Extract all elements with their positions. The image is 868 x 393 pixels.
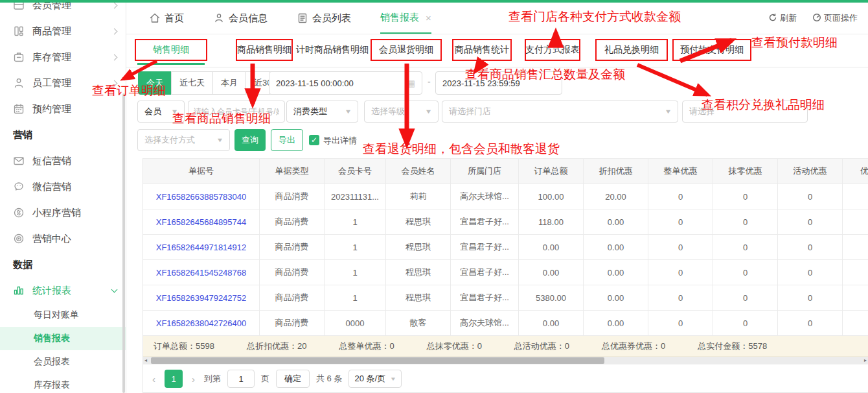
- page-size-select[interactable]: 20 条/页 ▼: [348, 370, 402, 388]
- sidebar-item[interactable]: 短信营销: [0, 148, 126, 174]
- export-button[interactable]: 导出: [271, 129, 303, 151]
- sidebar-item[interactable]: 微信营销: [0, 174, 126, 200]
- table-cell: 商品消费: [260, 235, 325, 260]
- table-cell: 宜昌君子好...: [451, 285, 519, 311]
- order-number-link[interactable]: XF16582641545248768: [143, 260, 260, 285]
- chevron-down-icon: ▼: [425, 108, 433, 115]
- subtab-商品销售明细[interactable]: 商品销售明细: [236, 39, 293, 61]
- inventory-icon: [13, 51, 26, 63]
- table-cell: 高尔夫球馆...: [451, 184, 519, 209]
- table-cell: 118.00: [519, 209, 584, 235]
- sidebar-subitem[interactable]: 会员报表: [0, 350, 126, 374]
- table-cell: 0: [778, 260, 843, 285]
- summary-item: 总优惠券优惠：0: [602, 340, 665, 352]
- column-header: 折扣优惠: [584, 158, 648, 184]
- table-cell: [843, 311, 868, 336]
- table-cell: 0: [648, 260, 713, 285]
- subtab-会员退货明细[interactable]: 会员退货明细: [371, 39, 442, 61]
- sidebar-subitem[interactable]: 每日对账单: [0, 304, 126, 327]
- table-cell: 0: [713, 184, 778, 209]
- table-cell: 程思琪: [386, 209, 451, 235]
- order-number-link[interactable]: XF16582639479242752: [143, 285, 260, 311]
- table-cell: 0: [648, 209, 713, 235]
- sidebar-subitem[interactable]: 销售报表: [0, 327, 126, 350]
- level-select[interactable]: 选择等级 ▼: [364, 101, 439, 123]
- tab-销售报表[interactable]: 销售报表×: [380, 3, 431, 34]
- table-cell: 0: [778, 235, 843, 260]
- sidebar-item[interactable]: 商品管理: [0, 18, 126, 44]
- query-button[interactable]: 查询: [234, 129, 266, 151]
- scrollbar-thumb[interactable]: [151, 357, 604, 364]
- chevron-down-icon: ▼: [345, 108, 352, 115]
- prev-page-button[interactable]: ‹: [150, 374, 158, 385]
- tab-会员信息[interactable]: 会员信息: [213, 3, 268, 34]
- sidebar-subitem[interactable]: 库存报表: [0, 374, 126, 393]
- goto-confirm-button[interactable]: 确定: [276, 370, 310, 388]
- sidebar-item[interactable]: 营销中心: [0, 226, 126, 252]
- sidebar-item[interactable]: 会员管理: [0, 3, 126, 18]
- column-header: 会员姓名: [386, 158, 451, 184]
- table-row: XF16582641545248768商品消费1程思琪宜昌君子好...0.000…: [143, 260, 868, 285]
- sidebar-item-label: 小程序营销: [32, 207, 117, 219]
- table-cell: 散客: [386, 311, 451, 336]
- table-cell: 0.00: [519, 311, 584, 336]
- table-cell: 0: [713, 285, 778, 311]
- subtab-商品销售统计[interactable]: 商品销售统计: [452, 39, 512, 61]
- subtab-礼品兑换明细[interactable]: 礼品兑换明细: [595, 39, 668, 61]
- table-cell: [843, 209, 868, 235]
- next-page-button[interactable]: ›: [189, 374, 198, 385]
- refresh-icon: [768, 13, 777, 24]
- sidebar-item[interactable]: 预约管理: [0, 96, 126, 122]
- sidebar-item[interactable]: 小程序营销: [0, 200, 126, 226]
- column-header: 会员卡号: [325, 158, 386, 184]
- date-from-input[interactable]: 2023-11-15 00:00:00 ▦: [269, 71, 422, 95]
- sidebar-item[interactable]: 库存管理: [0, 44, 126, 70]
- scroll-left-arrow-icon[interactable]: ◂: [144, 357, 147, 364]
- list-icon: [297, 12, 308, 24]
- horizontal-scrollbar[interactable]: ◂ ▸: [143, 357, 868, 364]
- subtab-计时商品销售明细[interactable]: 计时商品销售明细: [295, 39, 369, 61]
- table-cell: 宜昌君子好...: [451, 209, 519, 235]
- table-cell: [843, 285, 868, 311]
- order-number-link[interactable]: XF16582663885783040: [143, 184, 260, 209]
- payment-method-select[interactable]: 选择支付方式 ▼: [137, 129, 230, 151]
- quick-range-近七天[interactable]: 近七天: [171, 71, 213, 95]
- subtab-预付款支付明细[interactable]: 预付款支付明细: [672, 39, 751, 61]
- table-cell: 0.00: [584, 311, 648, 336]
- total-count-label: 共 6 条: [316, 373, 342, 385]
- close-icon[interactable]: ×: [426, 12, 431, 23]
- column-header: 所属门店: [451, 158, 519, 184]
- subtab-支付方式报表[interactable]: 支付方式报表: [525, 39, 580, 61]
- member-icon: [213, 12, 225, 24]
- refresh-button[interactable]: 刷新: [768, 12, 797, 24]
- order-number-link[interactable]: XF16582644971814912: [143, 235, 260, 260]
- chevron-right-icon: [111, 28, 118, 34]
- subtab-销售明细[interactable]: 销售明细: [135, 39, 207, 61]
- current-page-button[interactable]: 1: [165, 370, 183, 388]
- quick-range-本月[interactable]: 本月: [212, 71, 246, 95]
- consume-type-select[interactable]: 消费类型 ▼: [286, 101, 358, 123]
- goto-page-input[interactable]: [227, 370, 255, 388]
- sidebar-scrollbar[interactable]: [122, 93, 125, 393]
- table-cell: 0: [713, 260, 778, 285]
- table-row: XF16582639479242752商品消费1程思琪宜昌君子好...5380.…: [143, 285, 868, 311]
- sidebar-section-label: 营销: [0, 122, 126, 148]
- scroll-right-arrow-icon[interactable]: ▸: [864, 357, 867, 364]
- table-cell: 程思琪: [386, 235, 451, 260]
- column-header: 订单总额: [519, 158, 584, 184]
- tab-首页[interactable]: 首页: [149, 3, 184, 34]
- chevron-right-icon: [111, 54, 118, 60]
- store-select[interactable]: 请选择门店 ▼: [442, 101, 678, 123]
- page-actions-button[interactable]: 页面操作: [812, 12, 858, 24]
- sidebar-item-label: 营销中心: [32, 233, 117, 245]
- app-root: 会员管理商品管理库存管理员工管理预约管理营销短信营销微信营销小程序营销营销中心数…: [0, 0, 868, 393]
- sidebar-item[interactable]: 统计报表: [0, 278, 126, 304]
- tab-会员列表[interactable]: 会员列表: [297, 3, 351, 34]
- order-number-link[interactable]: XF16582638042726400: [143, 311, 260, 336]
- table-cell: 高尔夫球馆...: [451, 311, 519, 336]
- order-number-link[interactable]: XF16582645684895744: [143, 209, 260, 235]
- pagination-bar: ‹ 1 › 到第 页 确定 共 6 条 20 条/页 ▼: [143, 364, 868, 393]
- chevron-down-icon: ▼: [665, 108, 672, 115]
- annotation-text: 查看订单明细: [92, 82, 166, 99]
- export-detail-checkbox[interactable]: ✓: [309, 135, 319, 145]
